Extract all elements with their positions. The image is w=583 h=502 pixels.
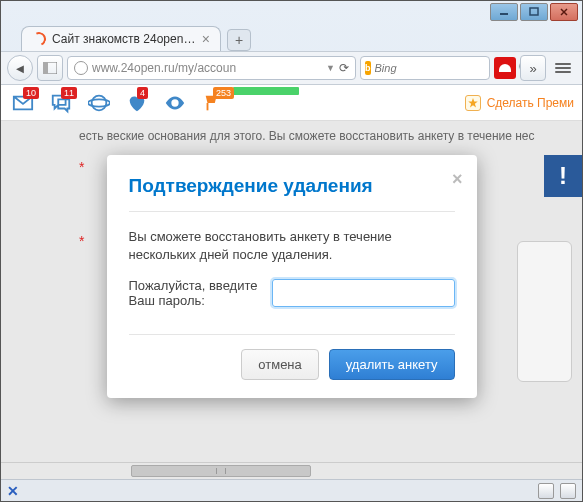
window-close-button[interactable] — [550, 3, 578, 21]
password-input[interactable] — [272, 279, 455, 307]
gear-icon[interactable] — [560, 483, 576, 499]
search-bar[interactable]: b 🔍 — [360, 56, 490, 80]
nav-toolbar: ◄ ▼ ⟳ b 🔍 » — [1, 51, 582, 85]
dialog-title: Подтверждение удаления — [129, 175, 455, 197]
modal-overlay: × Подтверждение удаления Вы cможете восс… — [1, 85, 582, 462]
avira-extension-icon[interactable] — [494, 57, 516, 79]
page-content: 10 11 4 253 Сделать Преми — [1, 85, 582, 462]
hamburger-menu-button[interactable] — [550, 57, 576, 79]
browser-tab[interactable]: Сайт знакомств 24open.ru... × — [21, 26, 221, 51]
window-maximize-button[interactable] — [520, 3, 548, 21]
back-button[interactable]: ◄ — [7, 55, 33, 81]
cancel-button[interactable]: отмена — [241, 349, 318, 380]
sidebar-toggle-button[interactable] — [37, 55, 63, 81]
site-favicon-icon — [30, 30, 48, 48]
status-icon[interactable] — [538, 483, 554, 499]
password-label: Пожалуйста, введите Ваш пароль: — [129, 278, 262, 308]
window-titlebar — [1, 1, 582, 23]
reload-icon[interactable]: ⟳ — [339, 61, 349, 75]
bing-icon: b — [365, 61, 371, 75]
svg-rect-5 — [43, 62, 48, 74]
tab-strip: Сайт знакомств 24open.ru... × + — [1, 23, 582, 51]
delete-button[interactable]: удалить анкету — [329, 349, 455, 380]
address-bar[interactable]: ▼ ⟳ — [67, 56, 356, 80]
url-dropdown-icon[interactable]: ▼ — [326, 63, 335, 73]
downloads-button[interactable]: » — [520, 55, 546, 81]
dialog-message: Вы cможете восстановить анкету в течение… — [129, 228, 455, 264]
confirm-delete-dialog: × Подтверждение удаления Вы cможете восс… — [107, 155, 477, 398]
dialog-close-icon[interactable]: × — [452, 169, 463, 190]
tab-title: Сайт знакомств 24open.ru... — [52, 32, 196, 46]
browser-window: Сайт знакомств 24open.ru... × + ◄ ▼ ⟳ b … — [0, 0, 583, 502]
dialog-buttons: отмена удалить анкету — [129, 334, 455, 380]
tab-close-icon[interactable]: × — [202, 31, 210, 47]
divider — [129, 211, 455, 212]
password-row: Пожалуйста, введите Ваш пароль: — [129, 278, 455, 308]
globe-icon — [74, 61, 88, 75]
window-minimize-button[interactable] — [490, 3, 518, 21]
addon-close-icon[interactable]: ✕ — [7, 483, 19, 499]
scrollbar-thumb[interactable] — [131, 465, 311, 477]
search-input[interactable] — [375, 62, 514, 74]
url-input[interactable] — [92, 61, 322, 75]
horizontal-scrollbar[interactable] — [1, 462, 582, 479]
new-tab-button[interactable]: + — [227, 29, 251, 51]
status-bar: ✕ — [1, 479, 582, 501]
svg-rect-1 — [530, 8, 538, 15]
